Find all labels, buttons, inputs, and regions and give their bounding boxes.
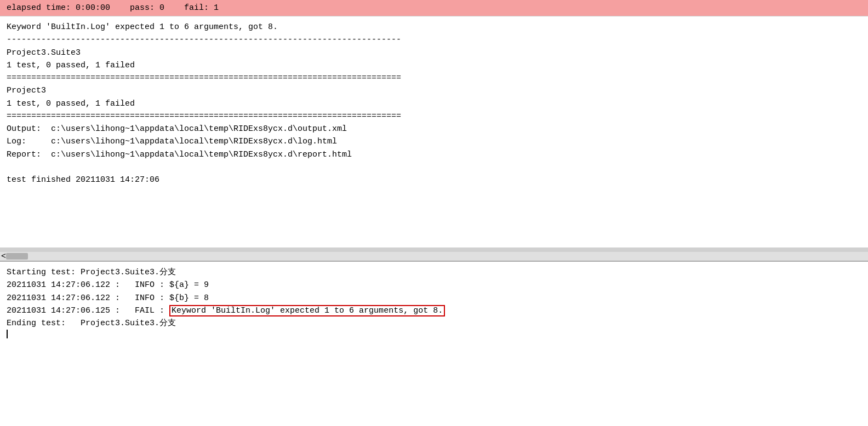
cursor-line bbox=[7, 330, 861, 338]
fail-highlight: Keyword 'BuiltIn.Log' expected 1 to 6 ar… bbox=[169, 305, 445, 316]
elapsed-time: elapsed time: 0:00:00 bbox=[7, 3, 110, 13]
main-output-text: Keyword 'BuiltIn.Log' expected 1 to 6 ar… bbox=[7, 21, 861, 186]
scrollbar-thumb[interactable] bbox=[6, 253, 28, 260]
bottom-panel[interactable]: Starting test: Project3.Suite3.分支 202110… bbox=[0, 262, 868, 415]
cursor bbox=[7, 330, 8, 338]
main-output-panel[interactable]: Keyword 'BuiltIn.Log' expected 1 to 6 ar… bbox=[0, 16, 868, 252]
scrollbar-area[interactable]: < bbox=[0, 252, 868, 262]
pass-count: pass: 0 bbox=[130, 3, 164, 13]
bottom-line2: 20211031 14:27:06.122 : INFO : ${a} = 9 bbox=[7, 279, 861, 291]
bottom-line3: 20211031 14:27:06.122 : INFO : ${b} = 8 bbox=[7, 292, 861, 304]
bottom-line5: Ending test: Project3.Suite3.分支 bbox=[7, 317, 861, 330]
bottom-line4: 20211031 14:27:06.125 : FAIL : Keyword '… bbox=[7, 304, 861, 317]
bottom-line1: Starting test: Project3.Suite3.分支 bbox=[7, 266, 861, 279]
top-panel: elapsed time: 0:00:00 pass: 0 fail: 1 bbox=[0, 0, 868, 16]
left-arrow: < bbox=[1, 252, 6, 261]
fail-count: fail: 1 bbox=[184, 3, 219, 13]
